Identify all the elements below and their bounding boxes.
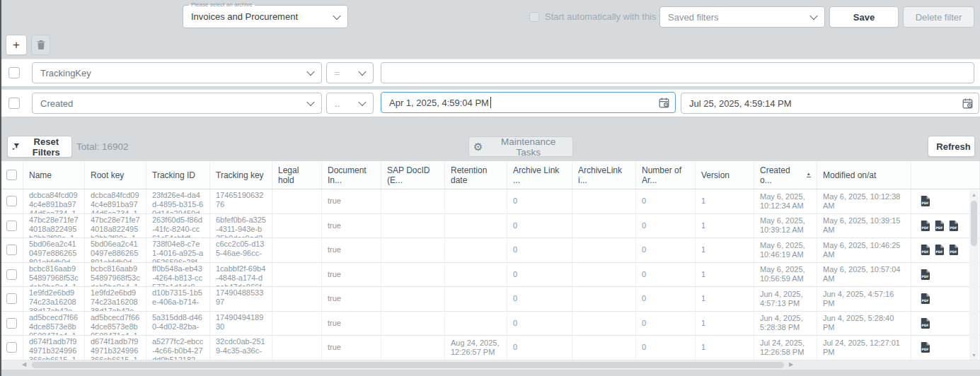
filter-row-checkbox[interactable]: [8, 67, 20, 78]
cell-retention_date: [445, 238, 507, 262]
column-header-archivelink_i[interactable]: ArchiveLink i...: [572, 161, 636, 189]
table-row[interactable]: ad5bcecd7f664dce8573e8b9508471c4_1ad5bce…: [0, 312, 980, 336]
table-row[interactable]: d674f1adb7f94971b324996366cb6615_1d674f1…: [0, 336, 980, 360]
pdf-file-icon[interactable]: PDF: [949, 245, 958, 255]
delete-filter-button[interactable]: Delete filter: [903, 6, 974, 28]
scroll-left-arrow[interactable]: ◀: [22, 361, 26, 368]
column-header-actions[interactable]: [911, 161, 980, 189]
date-to-input[interactable]: Jul 25, 2025, 4:59:14 PM: [681, 93, 979, 114]
column-header-legal_hold[interactable]: Legal hold: [272, 161, 322, 189]
vertical-scrollbar[interactable]: ▲ ▼: [969, 190, 979, 360]
cell-tracking_key: c6cc2c05-d135-46ae-96cc-: [210, 238, 272, 262]
column-header-created[interactable]: Created o...▲: [754, 161, 817, 189]
cell-root_key: 47bc28e71fe74018a822495b2bb3f90e_1: [85, 214, 146, 238]
cell-value: true: [328, 196, 341, 206]
column-header-number_of_ar[interactable]: Number of Ar...: [636, 161, 696, 189]
cell-version: 1: [696, 238, 754, 262]
cell-archivelink_i: [572, 263, 636, 287]
row-checkbox[interactable]: [6, 318, 17, 329]
saved-filters-select[interactable]: Saved filters: [659, 6, 825, 28]
row-checkbox[interactable]: [6, 293, 17, 304]
row-checkbox[interactable]: [6, 196, 17, 206]
column-header-tracking_key[interactable]: Tracking key: [210, 161, 272, 189]
reset-filters-button[interactable]: Reset Filters: [7, 136, 72, 158]
calendar-clock-icon[interactable]: [962, 98, 973, 109]
column-label: Name: [29, 170, 52, 180]
archive-select[interactable]: Please select an archive Invoices and Pr…: [183, 5, 348, 28]
maintenance-tasks-button[interactable]: ⚙ Maintenance Tasks: [468, 136, 573, 157]
cell-modified: May 6, 2025, 10:39:15 AM: [817, 214, 911, 238]
select-all-checkbox[interactable]: [6, 170, 17, 180]
row-checkbox[interactable]: [6, 269, 17, 280]
pdf-file-icon[interactable]: PDF: [935, 245, 944, 255]
cell-value: d674f1adb7f94971b324996366cb6615_1: [29, 337, 76, 360]
filter-row-trackingkey: TrackingKey =: [0, 59, 980, 87]
filter-operator-select[interactable]: ..: [326, 93, 374, 114]
horizontal-scrollbar-thumb[interactable]: [32, 362, 784, 368]
cell-value: 1749049418930: [216, 313, 263, 331]
filter-row-checkbox[interactable]: [8, 98, 20, 109]
cell-retention_date: [445, 214, 507, 238]
cell-value: d10b7315-1b5e-406a-b714-: [152, 288, 202, 306]
filter-field-select[interactable]: Created: [32, 93, 322, 114]
vertical-scrollbar-thumb[interactable]: [971, 201, 977, 246]
filter-operator-select[interactable]: =: [326, 62, 374, 83]
table-row[interactable]: 47bc28e71fe74018a822495b2bb3f90e_147bc28…: [0, 214, 980, 239]
cell-value: 0: [513, 245, 517, 254]
table-row[interactable]: bcbc816aab954897968f53cdeb9ba0e4_1bcbc81…: [0, 263, 980, 288]
column-header-version[interactable]: Version: [696, 161, 754, 189]
cell-created: Jul 24, 2025, 12:26:58 PM: [754, 336, 817, 360]
pdf-file-icon[interactable]: PDF: [921, 221, 930, 231]
column-header-document_in[interactable]: Document In...: [322, 161, 381, 189]
pdf-file-icon[interactable]: PDF: [935, 221, 944, 231]
svg-text:PDF: PDF: [921, 275, 928, 278]
date-from-input[interactable]: Apr 1, 2025, 4:59:04 PM: [381, 92, 676, 113]
cell-value: 1e9fd2e6bd974c23a1620838d17ab42e_1: [29, 288, 76, 311]
pdf-file-icon[interactable]: PDF: [921, 318, 930, 329]
pdf-file-icon[interactable]: PDF: [921, 196, 930, 206]
cell-value: 1749048853397: [216, 288, 263, 306]
cell-value: true: [328, 294, 341, 303]
pdf-file-icon[interactable]: PDF: [921, 245, 930, 255]
cell-value: May 6, 2025, 10:39:12 AM: [760, 216, 811, 235]
cell-sap_docid: [381, 238, 445, 262]
table-row[interactable]: 1e9fd2e6bd974c23a1620838d17ab42e_11e9fd2…: [0, 287, 980, 312]
refresh-button[interactable]: Refresh: [928, 136, 975, 157]
pdf-file-icon[interactable]: PDF: [921, 293, 930, 304]
cell-value: May 6, 2025, 10:57:04 AM: [823, 265, 905, 283]
column-header-tracking_id[interactable]: Tracking ID: [146, 161, 210, 189]
scroll-up-arrow[interactable]: ▲: [969, 192, 979, 197]
pdf-file-icon[interactable]: PDF: [921, 269, 930, 280]
table-row[interactable]: 5bd06ea2c410497e886265801ebfdb0d_15bd06e…: [0, 238, 980, 263]
scroll-right-arrow[interactable]: ▶: [789, 361, 793, 368]
pdf-file-icon[interactable]: PDF: [949, 221, 958, 231]
cell-created: May 6, 2025, 10:39:12 AM: [754, 214, 817, 238]
add-filter-button[interactable]: +: [6, 35, 27, 55]
column-label: Retention date: [451, 165, 501, 185]
cell-value: 0: [642, 294, 646, 303]
column-header-archive_link[interactable]: Archive Link ...: [507, 161, 572, 189]
row-checkbox[interactable]: [6, 221, 17, 231]
pdf-file-icon[interactable]: PDF: [921, 342, 930, 353]
cell-legal_hold: [272, 312, 322, 336]
scroll-down-arrow[interactable]: ▼: [969, 353, 979, 358]
cell-name: 5bd06ea2c410497e886265801ebfdb0d_1: [23, 238, 85, 262]
chevron-down-icon: [333, 11, 340, 19]
save-button[interactable]: Save: [829, 6, 899, 28]
column-header-modified[interactable]: Modified on/at: [817, 161, 911, 189]
start-automatically-checkbox[interactable]: [529, 12, 539, 22]
column-header-name[interactable]: Name: [23, 161, 85, 189]
column-header-sap_docid[interactable]: SAP DocID (E...: [381, 161, 445, 189]
table-row[interactable]: dcbca84fcd094c4e891ba9744d6ca734_1dcbca8…: [0, 189, 980, 214]
calendar-clock-icon[interactable]: [659, 98, 669, 108]
row-checkbox[interactable]: [6, 245, 17, 255]
filter-value-input[interactable]: [381, 62, 974, 83]
horizontal-scrollbar[interactable]: ◀ ▶: [0, 360, 980, 370]
column-header-root_key[interactable]: Root key: [85, 161, 146, 189]
column-header-retention_date[interactable]: Retention date: [445, 161, 507, 189]
delete-filter-row-button[interactable]: [31, 35, 50, 55]
row-checkbox[interactable]: [6, 342, 17, 353]
filter-field-select[interactable]: TrackingKey: [32, 62, 322, 83]
cell-document_in: true: [322, 214, 381, 238]
cell-value: 0: [513, 196, 517, 206]
